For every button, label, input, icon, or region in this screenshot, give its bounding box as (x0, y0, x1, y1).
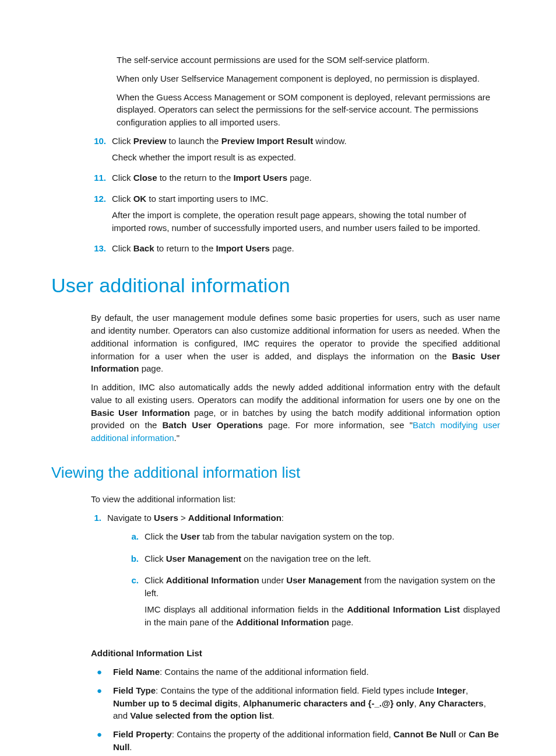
text: to launch the (166, 136, 221, 146)
heading-1: User additional information (51, 271, 500, 300)
text: page. (270, 243, 294, 253)
text: . (129, 742, 132, 752)
text: page. For more information, see " (263, 420, 413, 430)
bold-text: Preview Import Result (221, 136, 314, 146)
bold-text: Import Users (233, 173, 287, 183)
text: Click (112, 243, 133, 253)
list-item: ● Field Name: Contains the name of the a… (97, 666, 500, 678)
paragraph: Click User Management on the navigation … (145, 552, 500, 565)
sub-heading: Additional Information List (91, 647, 500, 660)
bold-text: Any Characters (419, 698, 484, 708)
list-marker: 13. (91, 242, 112, 255)
list-body: Click the User tab from the tabular navi… (145, 530, 500, 547)
list-marker: 1. (91, 512, 107, 524)
text: to return to the (154, 243, 216, 253)
list-marker: 10. (91, 135, 112, 148)
list-item: ● Field Property: Contains the property … (97, 728, 500, 756)
text: under (259, 575, 287, 585)
paragraph: Click Additional Information under User … (145, 574, 500, 600)
paragraph: The self-service account permissions are… (117, 54, 500, 66)
paragraph: After the import is complete, the operat… (112, 209, 500, 235)
list-marker: c. (128, 574, 145, 587)
intro-block: The self-service account permissions are… (51, 54, 500, 129)
paragraph: Navigate to Users > Additional Informati… (107, 512, 500, 524)
list-item: 1. Navigate to Users > Additional Inform… (91, 512, 500, 638)
bullet-list: ● Field Name: Contains the name of the a… (51, 666, 500, 756)
list-body: Field Type: Contains the type of the add… (113, 684, 500, 722)
text: In addition, IMC also automatically adds… (91, 382, 500, 405)
text: Navigate to (107, 513, 154, 523)
list-item: b. Click User Management on the navigati… (128, 552, 500, 569)
text: > (178, 513, 188, 523)
paragraph: In addition, IMC also automatically adds… (91, 381, 500, 444)
ordered-list: 10. Click Preview to launch the Preview … (51, 135, 500, 258)
list-item: 13. Click Back to return to the Import U… (91, 242, 500, 258)
bold-text: Preview (133, 136, 167, 146)
bold-text: Users (154, 513, 178, 523)
text: Click (145, 554, 166, 564)
text: Click (112, 173, 133, 183)
bold-text: Field Property (113, 729, 172, 739)
list-body: Click OK to start importing users to IMC… (112, 192, 500, 237)
list-body: Field Property: Contains the property of… (113, 728, 500, 756)
text: Click (145, 575, 166, 585)
list-body: Field Name: Contains the name of the add… (113, 666, 500, 678)
text: tab from the tabular navigation system o… (200, 531, 395, 541)
bold-text: Field Type (113, 685, 156, 695)
paragraph: Click Close to the return to the Import … (112, 172, 500, 184)
bold-text: Field Name (113, 667, 160, 677)
text: IMC displays all additional information … (145, 604, 347, 614)
bold-text: Number up to 5 decimal digits (113, 698, 238, 708)
text: or (456, 729, 469, 739)
bold-text: Basic User Information (91, 408, 190, 418)
bullet-icon: ● (97, 666, 113, 678)
sub-ordered-list: a. Click the User tab from the tabular n… (107, 530, 500, 632)
bold-text: Import Users (216, 243, 270, 253)
text: : (281, 513, 284, 523)
text: , (238, 698, 242, 708)
paragraph: By default, the user management module d… (91, 312, 500, 375)
text: window. (313, 136, 347, 146)
section-body: To view the additional information list:… (51, 493, 500, 660)
list-item: ● Field Type: Contains the type of the a… (97, 684, 500, 722)
paragraph: When only User Selfservice Management co… (117, 72, 500, 85)
list-item: 11. Click Close to the return to the Imp… (91, 172, 500, 188)
bold-text: User Management (166, 554, 241, 564)
bold-text: Additional Information (236, 617, 329, 627)
document-page: The self-service account permissions are… (0, 0, 556, 756)
bold-text: Additional Information List (347, 604, 460, 614)
bullet-icon: ● (97, 684, 113, 697)
list-body: Click Back to return to the Import Users… (112, 242, 500, 258)
bold-text: Value selected from the option list (130, 710, 272, 720)
bold-text: User Management (286, 575, 361, 585)
list-body: Navigate to Users > Additional Informati… (107, 512, 500, 638)
paragraph: To view the additional information list: (91, 493, 500, 506)
bold-text: Integer (437, 685, 466, 695)
bold-text: Cannot Be Null (393, 729, 456, 739)
bold-text: Close (133, 173, 157, 183)
text: to the return to the (157, 173, 234, 183)
list-item: 12. Click OK to start importing users to… (91, 192, 500, 237)
text: Click (112, 136, 133, 146)
list-body: Click Close to the return to the Import … (112, 172, 500, 188)
text: By default, the user management module d… (91, 313, 500, 360)
bullet-icon: ● (97, 728, 113, 741)
list-item: a. Click the User tab from the tabular n… (128, 530, 500, 547)
text: on the navigation tree on the left. (241, 554, 371, 564)
text: ." (174, 433, 180, 443)
paragraph: Check whether the import result is as ex… (112, 151, 500, 164)
paragraph: Click the User tab from the tabular navi… (145, 530, 500, 543)
text: to start importing users to IMC. (146, 194, 268, 204)
paragraph: When the Guess Access Management or SOM … (117, 91, 500, 129)
text: : Contains the type of the additional in… (156, 685, 437, 695)
text: Click the (145, 531, 181, 541)
bold-text: OK (133, 194, 147, 204)
bold-text: Batch User Operations (163, 420, 263, 430)
bold-text: Back (133, 243, 154, 253)
bold-text: Additional Information (166, 575, 259, 585)
heading-2: Viewing the additional information list (51, 462, 500, 484)
paragraph: Click Back to return to the Import Users… (112, 242, 500, 255)
section-body: By default, the user management module d… (51, 312, 500, 444)
paragraph: Click OK to start importing users to IMC… (112, 192, 500, 205)
list-body: Click User Management on the navigation … (145, 552, 500, 569)
